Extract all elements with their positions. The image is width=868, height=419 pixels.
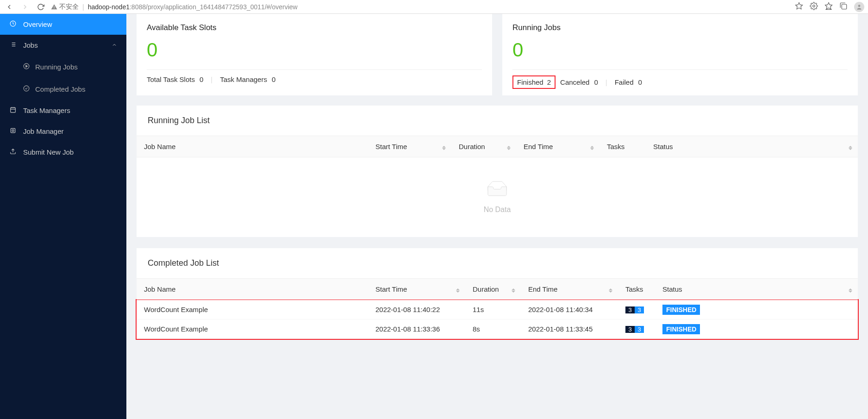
cell-start: 2022-01-08 11:40:22 [368, 300, 465, 319]
profile-avatar[interactable] [854, 2, 864, 12]
table-row[interactable]: WordCount Example2022-01-08 11:33:368s20… [137, 319, 858, 339]
url-path: :8088/proxy/application_1641484772593_00… [130, 3, 298, 11]
browser-toolbar: 不安全 | hadoop-node1:8088/proxy/applicatio… [0, 0, 868, 14]
sidebar-completed-jobs-label: Completed Jobs [35, 85, 85, 93]
empty-state: No Data [137, 157, 858, 237]
col-status[interactable]: Status [655, 279, 858, 300]
svg-point-5 [858, 5, 861, 7]
tm-value: 0 [272, 75, 275, 83]
sidebar-item-task-managers[interactable]: Task Managers [0, 100, 126, 121]
svg-point-15 [24, 86, 29, 91]
sidebar-item-completed-jobs[interactable]: Completed Jobs [0, 78, 126, 100]
url-host: hadoop-node1 [88, 3, 130, 11]
svg-marker-14 [26, 65, 28, 67]
col-tasks[interactable]: Tasks [599, 136, 646, 157]
total-slots-value: 0 [200, 75, 203, 83]
table-row[interactable]: WordCount Example2022-01-08 11:40:2211s2… [137, 300, 858, 319]
completed-job-table: Job Name Start Time Duration End Time Ta… [137, 279, 858, 339]
cell-duration: 8s [465, 319, 521, 339]
sidebar-job-manager-label: Job Manager [23, 127, 64, 135]
url-bar[interactable]: 不安全 | hadoop-node1:8088/proxy/applicatio… [51, 3, 790, 11]
svg-rect-4 [842, 4, 847, 9]
col-tasks[interactable]: Tasks [618, 279, 655, 300]
cell-duration: 11s [465, 300, 521, 319]
cell-start: 2022-01-08 11:33:36 [368, 319, 465, 339]
warning-icon [51, 4, 57, 10]
failed-label: Failed [615, 78, 634, 86]
slots-title: Available Task Slots [147, 23, 482, 32]
user-icon [856, 4, 862, 10]
jobs-title: Running Jobs [512, 23, 848, 32]
play-circle-icon [23, 63, 31, 71]
chevron-up-icon [112, 41, 117, 49]
cell-end: 2022-01-08 11:33:45 [521, 319, 618, 339]
running-job-list-panel: Running Job List Job Name Start Time Dur… [137, 106, 858, 237]
running-jobs-card: Running Jobs 0 Finished 2 Canceled 0 | F… [502, 14, 858, 95]
col-duration[interactable]: Duration [465, 279, 521, 300]
finished-label: Finished [517, 78, 543, 86]
sidebar-item-jobs[interactable]: Jobs [0, 35, 126, 56]
forward-button[interactable] [19, 1, 31, 13]
svg-marker-0 [796, 3, 803, 9]
tm-label: Task Managers [220, 75, 267, 83]
sidebar-task-managers-label: Task Managers [23, 106, 70, 114]
jobs-value: 0 [512, 39, 848, 61]
gear-icon[interactable] [810, 2, 818, 12]
sidebar-jobs-label: Jobs [23, 41, 38, 49]
insecure-label: 不安全 [59, 3, 79, 11]
cell-status: FINISHED [655, 300, 858, 319]
col-duration[interactable]: Duration [451, 136, 516, 157]
svg-rect-20 [11, 128, 15, 132]
svg-point-1 [813, 5, 815, 7]
finished-value: 2 [547, 78, 551, 86]
running-job-list-title: Running Job List [137, 106, 858, 136]
cell-job-name: WordCount Example [137, 319, 368, 339]
reload-button[interactable] [35, 1, 46, 13]
cell-tasks: 33 [618, 319, 655, 339]
favorites-list-icon[interactable] [824, 2, 833, 12]
available-slots-card: Available Task Slots 0 Total Task Slots … [137, 14, 492, 95]
sidebar-submit-job-label: Submit New Job [23, 148, 74, 156]
arrow-right-icon [21, 3, 29, 11]
collections-icon[interactable] [839, 2, 848, 12]
col-job-name[interactable]: Job Name [137, 136, 368, 157]
slots-value: 0 [147, 39, 482, 61]
sidebar-item-submit-job[interactable]: Submit New Job [0, 142, 126, 163]
total-slots-label: Total Task Slots [147, 75, 195, 83]
col-status[interactable]: Status [646, 136, 858, 157]
back-button[interactable] [4, 1, 15, 13]
svg-rect-16 [11, 107, 16, 113]
col-end-time[interactable]: End Time [521, 279, 618, 300]
sidebar-item-running-jobs[interactable]: Running Jobs [0, 56, 126, 78]
failed-value: 0 [638, 78, 642, 86]
svg-rect-21 [12, 130, 14, 131]
svg-marker-2 [825, 3, 832, 9]
arrow-left-icon [6, 3, 13, 11]
main-content: Available Task Slots 0 Total Task Slots … [126, 14, 868, 419]
chip-icon [9, 127, 17, 135]
running-job-table: Job Name Start Time Duration End Time Ta… [137, 136, 858, 157]
list-icon [9, 41, 17, 49]
inbox-icon [484, 181, 510, 199]
cell-status: FINISHED [655, 319, 858, 339]
col-end-time[interactable]: End Time [516, 136, 599, 157]
col-start-time[interactable]: Start Time [368, 136, 451, 157]
calendar-icon [9, 106, 17, 114]
favorite-icon[interactable] [795, 2, 803, 12]
upload-icon [9, 148, 17, 156]
completed-job-list-panel: Completed Job List Job Name Start Time D… [137, 248, 858, 339]
sidebar-overview-label: Overview [23, 20, 52, 28]
cell-tasks: 33 [618, 300, 655, 319]
sidebar-item-job-manager[interactable]: Job Manager [0, 121, 126, 142]
check-circle-icon [23, 85, 31, 93]
dashboard-icon [9, 20, 17, 28]
finished-highlight-box: Finished 2 [512, 75, 556, 89]
sidebar-item-overview[interactable]: Overview [0, 14, 126, 35]
cell-job-name: WordCount Example [137, 300, 368, 319]
col-start-time[interactable]: Start Time [368, 279, 465, 300]
cell-end: 2022-01-08 11:40:34 [521, 300, 618, 319]
reload-icon [37, 3, 44, 11]
col-job-name[interactable]: Job Name [137, 279, 368, 300]
completed-job-list-title: Completed Job List [137, 248, 858, 279]
canceled-value: 0 [594, 78, 598, 86]
